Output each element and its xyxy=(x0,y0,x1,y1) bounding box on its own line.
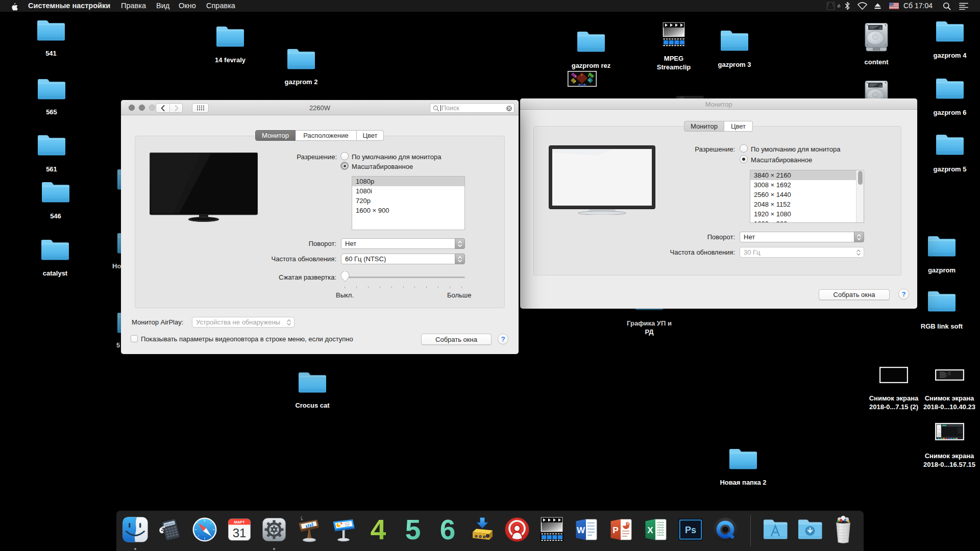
dock-icon-excel[interactable] xyxy=(643,516,669,543)
list-item[interactable]: 2048 × 1152 xyxy=(750,199,864,209)
dock-icon-num4[interactable] xyxy=(365,516,391,543)
win1-titlebar[interactable]: 2260W Поиск xyxy=(121,100,519,115)
desktop-icon-label[interactable]: Графика УП и РД xyxy=(593,319,705,336)
search-clear-icon[interactable] xyxy=(506,106,512,111)
menu-clock[interactable]: Сб 17:04 xyxy=(903,0,933,12)
desktop-icon-folder-RGB link soft[interactable] xyxy=(927,290,957,313)
window-display-2260w[interactable]: 2260W Поиск Монитор Расположение Цвет Ра… xyxy=(121,100,519,354)
win2-help-button[interactable]: ? xyxy=(898,289,909,299)
desktop-icon-label[interactable]: 5 xyxy=(116,341,120,349)
dock-icon-downloads-folder[interactable] xyxy=(797,516,823,543)
desktop-icon-shot-app-Снимок экрана[interactable] xyxy=(935,423,964,440)
desktop-icon-label[interactable]: gazprom 2 xyxy=(245,78,357,86)
dock-icon-mpeg[interactable] xyxy=(538,516,565,543)
win2-gather-windows-button[interactable]: Собрать окна xyxy=(819,289,890,300)
win2-tab-monitor[interactable]: Монитор xyxy=(684,121,724,132)
desktop-icon-folder-Новая папка 2[interactable] xyxy=(728,447,758,470)
dock-icon-safari[interactable] xyxy=(191,516,218,543)
list-item[interactable]: 980 × 551 xyxy=(750,209,864,219)
apple-menu-icon[interactable] xyxy=(11,3,19,14)
notification-center-icon[interactable] xyxy=(959,0,968,12)
dock-icon-powerpoint[interactable] xyxy=(608,516,634,543)
menu-app-name[interactable]: Системные настройки xyxy=(28,0,110,12)
win1-underscan-slider-knob[interactable] xyxy=(340,271,350,282)
dock-icon-apps-folder[interactable] xyxy=(762,516,789,543)
win1-underscan-slider-track[interactable] xyxy=(341,277,465,278)
eject-icon[interactable] xyxy=(874,0,881,12)
desktop-icon-folder-gazprom rez[interactable] xyxy=(576,30,606,53)
dock-icon-quicktime[interactable] xyxy=(712,516,739,543)
desktop-icon-folder-gazprom 3[interactable] xyxy=(720,29,749,52)
dock-icon-converter[interactable] xyxy=(469,516,496,543)
dock-icon-photoshop[interactable] xyxy=(677,516,704,543)
win2-tab-color[interactable]: Цвет xyxy=(724,121,753,132)
win2-radio-default-label[interactable]: По умолчанию для монитора xyxy=(751,145,840,153)
win2-radio-scaled-label[interactable]: Масштабированное xyxy=(751,156,812,164)
win2-titlebar[interactable]: Монитор xyxy=(520,98,917,110)
desktop-icon-folder-565[interactable] xyxy=(37,78,66,101)
dock-icon-num5[interactable] xyxy=(400,516,426,543)
bluetooth-icon[interactable] xyxy=(844,0,850,12)
desktop-icon-folder-14 fevraly[interactable] xyxy=(215,25,245,48)
desktop-icon-label[interactable]: 561 xyxy=(0,165,108,173)
desktop-icon-folder-catalyst[interactable] xyxy=(40,238,70,261)
menu-item-edit[interactable]: Правка xyxy=(121,0,146,12)
desktop-icon-folder-gazprom 6[interactable] xyxy=(935,77,965,100)
desktop-icon-folder-546[interactable] xyxy=(41,181,70,204)
win1-help-button[interactable]: ? xyxy=(498,334,508,344)
dock-icon-finder[interactable] xyxy=(122,516,149,543)
dock-icon-word[interactable] xyxy=(573,516,600,543)
dock-icon-keynote-wood[interactable] xyxy=(296,516,322,543)
desktop-icon-folder-541[interactable] xyxy=(36,19,66,42)
dock-icon-calendar[interactable] xyxy=(226,516,253,543)
win2-scrollbar-thumb[interactable] xyxy=(858,171,863,185)
list-item[interactable]: 2560 × 1440 xyxy=(750,190,864,199)
desktop-icon-label[interactable]: catalyst xyxy=(0,269,111,278)
adobe-icon[interactable] xyxy=(826,0,835,12)
desktop-icon-label[interactable]: Снимок экрана 2018-0...10.40.23 xyxy=(893,394,980,411)
win1-radio-default-label[interactable]: По умолчанию для монитора xyxy=(352,153,441,161)
win1-radio-scaled[interactable] xyxy=(340,162,349,170)
list-item[interactable]: 1600 × 900 xyxy=(750,219,864,223)
list-item[interactable]: 1080p xyxy=(352,177,464,186)
win1-tab-monitor[interactable]: Монитор xyxy=(255,130,296,141)
search-input[interactable]: Поиск xyxy=(430,103,514,113)
desktop-icon-folder-gazprom 2[interactable] xyxy=(286,47,316,70)
menu-item-help[interactable]: Справка xyxy=(206,0,235,12)
dock-icon-num6[interactable] xyxy=(434,516,461,543)
dock-icon-keynote-blue[interactable] xyxy=(330,516,357,543)
list-item[interactable]: 3008 × 1692 xyxy=(750,180,864,190)
menu-item-view[interactable]: Вид xyxy=(156,0,169,12)
desktop-icon-label[interactable]: 565 xyxy=(0,108,108,116)
desktop-icon-label[interactable]: Новая папка 2 xyxy=(687,478,799,487)
dock-icon-calculator[interactable] xyxy=(157,516,183,543)
window-monitor-secondary[interactable]: Монитор Монитор Цвет Разрешение: По умол… xyxy=(520,98,917,309)
desktop-icon-folder-561[interactable] xyxy=(37,134,66,157)
dock-icon-redcast[interactable] xyxy=(504,516,530,543)
win2-radio-default[interactable] xyxy=(740,144,748,153)
dock-icon-trash[interactable] xyxy=(829,514,857,544)
win2-list-scrollbar[interactable] xyxy=(856,170,864,222)
desktop-icon-label[interactable]: Crocus cat xyxy=(256,401,369,410)
desktop-icon-shot-table-Снимок экрана[interactable] xyxy=(935,369,964,381)
win1-mirror-checkbox[interactable] xyxy=(131,335,138,342)
win2-radio-scaled[interactable] xyxy=(740,155,748,163)
spotlight-icon[interactable] xyxy=(943,0,951,12)
list-item[interactable]: 1600 × 900 xyxy=(352,206,464,215)
menu-item-window[interactable]: Окно xyxy=(179,0,196,12)
desktop-icon-hdd-content[interactable] xyxy=(863,22,890,52)
desktop-icon-shot-blank-Снимок экрана[interactable] xyxy=(879,367,908,383)
input-badge-icon[interactable] xyxy=(836,0,841,12)
desktop-icon-folder-gazprom[interactable] xyxy=(927,235,957,258)
desktop-icon-label[interactable]: Но xyxy=(112,262,121,270)
win1-radio-scaled-label[interactable]: Масштабированное xyxy=(352,163,413,170)
desktop-icon-label[interactable]: 546 xyxy=(0,212,112,220)
desktop-icon-image-diamonds[interactable] xyxy=(568,71,597,87)
desktop-icon-folder-Crocus cat[interactable] xyxy=(298,371,327,394)
list-item[interactable]: 1080i xyxy=(352,186,464,196)
win1-resolution-list[interactable]: 1080p 1080i 720p 1600 × 900 xyxy=(352,176,465,230)
desktop-icon-label[interactable]: gazprom 4 xyxy=(894,51,980,60)
us-flag-icon[interactable] xyxy=(889,0,899,12)
desktop-icon-label[interactable]: 541 xyxy=(0,49,107,58)
win2-resolution-list[interactable]: 3840 × 2160 3008 × 1692 2560 × 1440 2048… xyxy=(750,170,864,223)
